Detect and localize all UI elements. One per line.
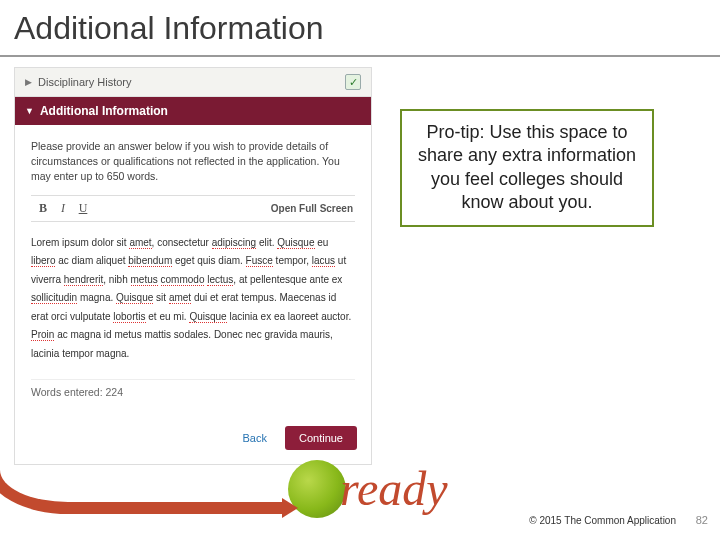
underline-button[interactable]: U [73,201,93,216]
logo-wordmark: ready [340,465,448,513]
prompt-text: Please provide an answer below if you wi… [31,139,355,185]
footer-logo: ready [248,460,448,518]
essay-textarea[interactable]: Lorem ipsum dolor sit amet, consectetur … [31,234,355,364]
title-divider [0,55,720,57]
slide-title: Additional Information [0,0,720,55]
panel-footer: Back Continue [15,418,371,464]
bold-button[interactable]: B [33,201,53,216]
italic-button[interactable]: I [53,201,73,216]
accordion-label: Additional Information [40,104,168,118]
application-panel: ▶ Disciplinary History ✓ ▼ Additional In… [14,67,372,465]
swoosh-arrow-icon [0,470,288,514]
accordion-label: Disciplinary History [38,76,132,88]
page-number: 82 [696,514,708,526]
panel-body: Please provide an answer below if you wi… [15,125,371,418]
chevron-down-icon: ▼ [25,106,34,116]
copyright-text: © 2015 The Common Application [529,515,676,526]
check-icon: ✓ [345,74,361,90]
editor-toolbar: B I U Open Full Screen [31,195,355,222]
tip-callout: Pro-tip: Use this space to share any ext… [400,109,654,227]
continue-button[interactable]: Continue [285,426,357,450]
accordion-item-additional[interactable]: ▼ Additional Information [15,97,371,125]
fullscreen-button[interactable]: Open Full Screen [271,203,353,214]
chevron-right-icon: ▶ [25,77,32,87]
word-count: Words entered: 224 [31,379,355,408]
accordion-item-disciplinary[interactable]: ▶ Disciplinary History ✓ [15,68,371,97]
back-button[interactable]: Back [234,426,274,450]
content-row: ▶ Disciplinary History ✓ ▼ Additional In… [0,67,720,465]
